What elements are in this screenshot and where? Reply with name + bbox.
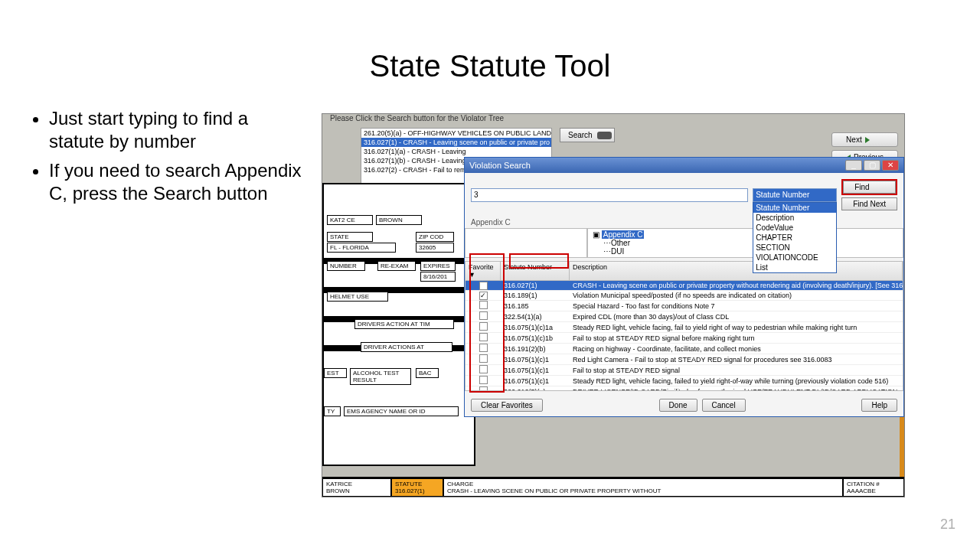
col-description[interactable]: Description: [570, 262, 903, 280]
clear-favorites-button[interactable]: Clear Favorites: [471, 399, 543, 412]
rec-statute-label: STATUTE: [395, 481, 439, 487]
cancel-button[interactable]: Cancel: [702, 399, 746, 412]
arrow-right-icon: [865, 137, 870, 143]
dd-option[interactable]: CodeValue: [753, 223, 836, 233]
cell-statute-number: 316.191(2)(b): [501, 344, 570, 354]
dd-option[interactable]: VIOLATIONCODE: [753, 253, 836, 262]
tree-panel-left: [465, 228, 587, 258]
table-row[interactable]: 316.075(1)(c)1Steady RED light, vehicle …: [466, 376, 903, 386]
dd-option[interactable]: CHAPTER: [753, 233, 836, 243]
form-label: EST: [324, 368, 347, 378]
rec-citation-label: CITATION #: [847, 481, 900, 487]
cell-description: DRIVER LICENSE/ID CARD/Similitude of - u…: [570, 387, 903, 392]
favorite-checkbox[interactable]: [466, 301, 501, 311]
cell-description: Steady RED light, vehicle facing, failed…: [570, 377, 903, 386]
table-row[interactable]: 316.075(1)(c)1aSteady RED light, vehicle…: [466, 322, 903, 333]
grid-header: Favorite ▼ Statute Number Description: [466, 262, 903, 281]
rec-charge-label: CHARGE: [447, 481, 839, 487]
maximize-icon[interactable]: ▢: [864, 160, 880, 171]
favorite-checkbox[interactable]: [466, 386, 501, 391]
cell-description: Expired CDL (more than 30 days)/out of C…: [570, 312, 903, 321]
page-number: 21: [940, 517, 956, 533]
table-row[interactable]: 322.212(5)(a)DRIVER LICENSE/ID CARD/Simi…: [466, 386, 903, 391]
search-field-select[interactable]: Statute Number: [753, 188, 837, 202]
favorite-checkbox[interactable]: [466, 311, 501, 321]
dd-option[interactable]: SECTION: [753, 243, 836, 253]
search-field-options[interactable]: Statute Number Description CodeValue CHA…: [753, 202, 837, 273]
tree-panel[interactable]: ▣ Appendix C ⋯Other ⋯DUI: [587, 228, 903, 258]
favorite-checkbox[interactable]: ✓: [466, 282, 501, 290]
cell-description: Racing on highway - Coordinate, facilita…: [570, 344, 903, 354]
search-button[interactable]: Search: [560, 128, 615, 142]
form-label: RE-EXAM: [377, 261, 416, 271]
favorite-checkbox[interactable]: [466, 344, 501, 354]
col-favorite[interactable]: Favorite ▼: [466, 262, 501, 280]
record-strip: KATRICE BROWN STATUTE 316.027(1) CHARGE …: [322, 477, 904, 497]
form-label: ZIP COD: [416, 232, 454, 242]
bullet-list: Just start typing to find a statute by n…: [31, 107, 306, 211]
bullet-2: If you need to search Appendix C, press …: [49, 159, 306, 205]
combo-item[interactable]: 316.027(1)(a) - CRASH - Leaving: [361, 147, 551, 156]
table-row[interactable]: 316.075(1)(c)1Red Light Camera - Fail to…: [466, 354, 903, 365]
cell-description: Fail to stop at STEADY RED signal: [570, 366, 903, 375]
rec-citation-value: AAAACBE: [847, 487, 900, 494]
breadcrumb: Appendix C: [465, 217, 903, 228]
form-value: 32605: [416, 243, 454, 253]
find-button[interactable]: Find: [843, 181, 896, 194]
table-row[interactable]: ✓316.027(1)CRASH - Leaving scene on publ…: [466, 281, 903, 291]
favorite-checkbox[interactable]: [466, 333, 501, 343]
combo-item[interactable]: 261.20(5)(a) - OFF-HIGHWAY VEHICLES ON P…: [361, 129, 551, 138]
favorite-checkbox[interactable]: ✓: [466, 292, 501, 300]
search-button-label: Search: [568, 131, 593, 139]
cell-statute-number: 316.075(1)(c)1a: [501, 323, 570, 332]
table-row[interactable]: 316.191(2)(b)Racing on highway - Coordin…: [466, 344, 903, 354]
dialog-title: Violation Search: [469, 161, 531, 170]
violation-search-dialog: Violation Search _ ▢ ✕ Statute Number St…: [464, 157, 904, 417]
tree-root[interactable]: Appendix C: [602, 230, 645, 239]
dd-option[interactable]: Statute Number: [753, 203, 836, 213]
form-value: FL - FLORIDA: [327, 243, 396, 253]
results-grid[interactable]: Favorite ▼ Statute Number Description ✓3…: [465, 261, 903, 391]
close-icon[interactable]: ✕: [882, 160, 899, 171]
cell-statute-number: 316.189(1): [501, 291, 570, 300]
cell-description: Violation Municipal speed/posted (if no …: [570, 291, 903, 300]
dd-option[interactable]: Description: [753, 213, 836, 223]
find-next-button[interactable]: Find Next: [841, 197, 897, 210]
form-label: ALCOHOL TEST RESULT: [350, 368, 411, 385]
table-row[interactable]: 316.075(1)(c)1Fail to stop at STEADY RED…: [466, 365, 903, 376]
search-input[interactable]: [471, 188, 748, 202]
combo-item[interactable]: 316.027(1) - CRASH - Leaving scene on pu…: [361, 138, 551, 147]
form-label: EXPIRES: [420, 261, 456, 271]
rec-charge-value: CRASH - LEAVING SCENE ON PUBLIC OR PRIVA…: [447, 487, 839, 494]
done-button[interactable]: Done: [659, 399, 697, 412]
form-value: 8/16/201: [420, 272, 456, 282]
col-statute-number[interactable]: Statute Number: [501, 262, 570, 280]
favorite-checkbox[interactable]: [466, 354, 501, 364]
form-label: HELMET USE: [327, 292, 388, 302]
cell-statute-number: 316.075(1)(c)1: [501, 355, 570, 364]
favorite-checkbox[interactable]: [466, 365, 501, 375]
dd-option[interactable]: List: [753, 262, 836, 272]
binoculars-icon: [597, 132, 606, 139]
favorite-checkbox[interactable]: [466, 376, 501, 386]
minimize-icon[interactable]: _: [845, 160, 862, 171]
rec-name2: BROWN: [326, 487, 387, 494]
app-screenshot: Please Click the Search button for the V…: [322, 113, 905, 497]
table-row[interactable]: 316.075(1)(c)1bFail to stop at STEADY RE…: [466, 333, 903, 344]
tree-item[interactable]: DUI: [611, 247, 624, 256]
dialog-titlebar[interactable]: Violation Search _ ▢ ✕: [465, 158, 903, 173]
background-form: KAT2 CE BROWN STATE ZIP COD FL - FLORIDA…: [322, 183, 475, 466]
table-row[interactable]: 316.185Special Hazard - Too fast for con…: [466, 301, 903, 311]
rec-name1: KATRICE: [326, 481, 387, 487]
table-row[interactable]: 322.54(1)(a)Expired CDL (more than 30 da…: [466, 311, 903, 322]
cell-statute-number: 316.075(1)(c)1b: [501, 334, 570, 343]
next-button[interactable]: Next: [831, 132, 898, 147]
next-label: Next: [846, 135, 862, 144]
help-button[interactable]: Help: [861, 399, 897, 412]
table-row[interactable]: ✓316.189(1)Violation Municipal speed/pos…: [466, 291, 903, 301]
tree-item[interactable]: Other: [611, 239, 630, 247]
cell-statute-number: 316.075(1)(c)1: [501, 377, 570, 386]
favorite-checkbox[interactable]: [466, 322, 501, 332]
bullet-1: Just start typing to find a statute by n…: [49, 107, 306, 153]
cell-description: Steady RED light, vehicle facing, fail t…: [570, 323, 903, 332]
